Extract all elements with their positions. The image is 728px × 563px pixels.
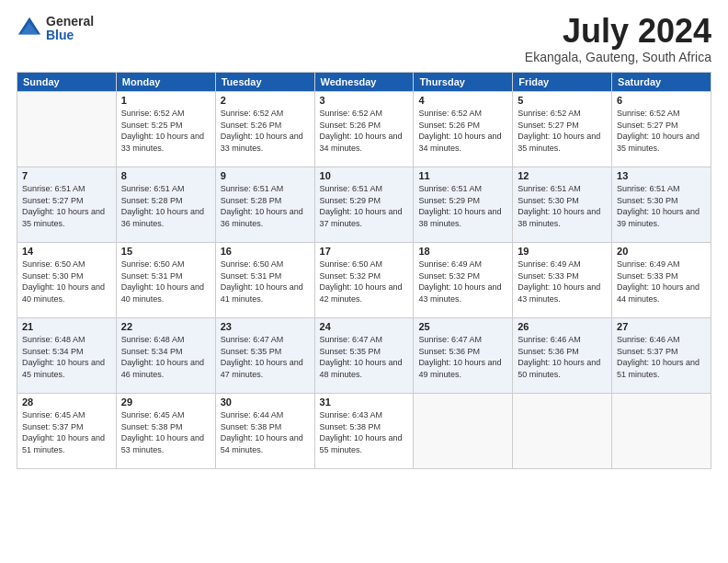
title-area: July 2024 Ekangala, Gauteng, South Afric…: [525, 15, 711, 64]
day-cell: 15Sunrise: 6:50 AM Sunset: 5:31 PM Dayli…: [116, 243, 215, 318]
day-cell: 26Sunrise: 6:46 AM Sunset: 5:36 PM Dayli…: [513, 318, 612, 394]
day-cell: 2Sunrise: 6:52 AM Sunset: 5:26 PM Daylig…: [215, 92, 314, 167]
day-info: Sunrise: 6:51 AM Sunset: 5:28 PM Dayligh…: [121, 183, 210, 229]
day-cell: 17Sunrise: 6:50 AM Sunset: 5:32 PM Dayli…: [314, 243, 414, 318]
day-info: Sunrise: 6:48 AM Sunset: 5:34 PM Dayligh…: [22, 334, 111, 380]
day-info: Sunrise: 6:47 AM Sunset: 5:35 PM Dayligh…: [320, 334, 409, 380]
day-info: Sunrise: 6:48 AM Sunset: 5:34 PM Dayligh…: [121, 334, 210, 380]
day-number: 23: [221, 321, 310, 332]
day-cell: 13Sunrise: 6:51 AM Sunset: 5:30 PM Dayli…: [612, 167, 711, 243]
week-row-3: 14Sunrise: 6:50 AM Sunset: 5:30 PM Dayli…: [17, 243, 711, 318]
logo-text: General Blue: [46, 15, 94, 43]
day-number: 29: [121, 396, 210, 408]
day-number: 10: [320, 170, 409, 181]
day-info: Sunrise: 6:49 AM Sunset: 5:33 PM Dayligh…: [518, 259, 607, 304]
day-number: 3: [320, 95, 409, 106]
day-info: Sunrise: 6:47 AM Sunset: 5:35 PM Dayligh…: [221, 334, 310, 380]
day-cell: 24Sunrise: 6:47 AM Sunset: 5:35 PM Dayli…: [314, 318, 414, 394]
day-cell: 29Sunrise: 6:45 AM Sunset: 5:38 PM Dayli…: [116, 394, 215, 469]
day-number: 4: [418, 95, 507, 106]
day-number: 9: [221, 170, 310, 181]
day-info: Sunrise: 6:51 AM Sunset: 5:28 PM Dayligh…: [221, 183, 310, 229]
day-number: 13: [617, 170, 706, 181]
col-wednesday: Wednesday: [314, 73, 414, 92]
day-cell: 22Sunrise: 6:48 AM Sunset: 5:34 PM Dayli…: [116, 318, 215, 394]
calendar-page: General Blue July 2024 Ekangala, Gauteng…: [0, 0, 728, 563]
col-tuesday: Tuesday: [215, 73, 314, 92]
day-number: 26: [518, 321, 607, 332]
day-number: 5: [518, 95, 607, 106]
day-cell: 21Sunrise: 6:48 AM Sunset: 5:34 PM Dayli…: [17, 318, 117, 394]
day-cell: 16Sunrise: 6:50 AM Sunset: 5:31 PM Dayli…: [215, 243, 314, 318]
day-number: 25: [418, 321, 507, 332]
day-info: Sunrise: 6:50 AM Sunset: 5:32 PM Dayligh…: [320, 259, 409, 304]
day-info: Sunrise: 6:51 AM Sunset: 5:30 PM Dayligh…: [518, 183, 607, 229]
day-number: 21: [22, 321, 111, 332]
day-cell: 11Sunrise: 6:51 AM Sunset: 5:29 PM Dayli…: [414, 167, 513, 243]
day-cell: 4Sunrise: 6:52 AM Sunset: 5:26 PM Daylig…: [414, 92, 513, 167]
day-number: 14: [22, 246, 111, 257]
day-cell: 6Sunrise: 6:52 AM Sunset: 5:27 PM Daylig…: [612, 92, 711, 167]
day-cell: 23Sunrise: 6:47 AM Sunset: 5:35 PM Dayli…: [215, 318, 314, 394]
week-row-2: 7Sunrise: 6:51 AM Sunset: 5:27 PM Daylig…: [17, 167, 711, 243]
day-info: Sunrise: 6:50 AM Sunset: 5:31 PM Dayligh…: [221, 259, 310, 304]
day-number: 6: [617, 95, 706, 106]
day-info: Sunrise: 6:43 AM Sunset: 5:38 PM Dayligh…: [320, 409, 409, 455]
day-info: Sunrise: 6:52 AM Sunset: 5:27 PM Dayligh…: [518, 108, 607, 154]
day-cell: 12Sunrise: 6:51 AM Sunset: 5:30 PM Dayli…: [513, 167, 612, 243]
day-info: Sunrise: 6:46 AM Sunset: 5:36 PM Dayligh…: [518, 334, 607, 380]
day-number: 17: [320, 246, 409, 257]
col-thursday: Thursday: [414, 73, 513, 92]
day-info: Sunrise: 6:49 AM Sunset: 5:33 PM Dayligh…: [617, 259, 706, 304]
day-cell: 1Sunrise: 6:52 AM Sunset: 5:25 PM Daylig…: [116, 92, 215, 167]
day-info: Sunrise: 6:50 AM Sunset: 5:30 PM Dayligh…: [22, 259, 111, 304]
day-number: 11: [418, 170, 507, 181]
day-cell: 8Sunrise: 6:51 AM Sunset: 5:28 PM Daylig…: [116, 167, 215, 243]
day-number: 22: [121, 321, 210, 332]
logo-icon: [17, 16, 42, 41]
day-cell: 19Sunrise: 6:49 AM Sunset: 5:33 PM Dayli…: [513, 243, 612, 318]
day-info: Sunrise: 6:51 AM Sunset: 5:29 PM Dayligh…: [418, 183, 507, 229]
day-number: 18: [418, 246, 507, 257]
col-saturday: Saturday: [612, 73, 711, 92]
day-info: Sunrise: 6:52 AM Sunset: 5:26 PM Dayligh…: [418, 108, 507, 154]
day-cell: [513, 394, 612, 469]
day-cell: [612, 394, 711, 469]
day-cell: 3Sunrise: 6:52 AM Sunset: 5:26 PM Daylig…: [314, 92, 414, 167]
day-number: 1: [121, 95, 210, 106]
day-number: 30: [221, 396, 310, 408]
day-info: Sunrise: 6:45 AM Sunset: 5:37 PM Dayligh…: [22, 409, 111, 455]
day-info: Sunrise: 6:45 AM Sunset: 5:38 PM Dayligh…: [121, 409, 210, 455]
day-number: 7: [22, 170, 111, 181]
day-cell: 9Sunrise: 6:51 AM Sunset: 5:28 PM Daylig…: [215, 167, 314, 243]
day-number: 15: [121, 246, 210, 257]
header-row: Sunday Monday Tuesday Wednesday Thursday…: [17, 73, 711, 92]
day-info: Sunrise: 6:51 AM Sunset: 5:30 PM Dayligh…: [617, 183, 706, 229]
day-cell: 10Sunrise: 6:51 AM Sunset: 5:29 PM Dayli…: [314, 167, 414, 243]
day-info: Sunrise: 6:52 AM Sunset: 5:27 PM Dayligh…: [617, 108, 706, 154]
day-cell: 25Sunrise: 6:47 AM Sunset: 5:36 PM Dayli…: [414, 318, 513, 394]
day-cell: 14Sunrise: 6:50 AM Sunset: 5:30 PM Dayli…: [17, 243, 117, 318]
day-number: 2: [221, 95, 310, 106]
day-cell: 31Sunrise: 6:43 AM Sunset: 5:38 PM Dayli…: [314, 394, 414, 469]
day-number: 24: [320, 321, 409, 332]
day-info: Sunrise: 6:52 AM Sunset: 5:26 PM Dayligh…: [221, 108, 310, 154]
location: Ekangala, Gauteng, South Africa: [525, 50, 711, 64]
day-cell: 28Sunrise: 6:45 AM Sunset: 5:37 PM Dayli…: [17, 394, 117, 469]
col-sunday: Sunday: [17, 73, 117, 92]
week-row-1: 1Sunrise: 6:52 AM Sunset: 5:25 PM Daylig…: [17, 92, 711, 167]
day-cell: 5Sunrise: 6:52 AM Sunset: 5:27 PM Daylig…: [513, 92, 612, 167]
day-cell: [17, 92, 117, 167]
day-info: Sunrise: 6:46 AM Sunset: 5:37 PM Dayligh…: [617, 334, 706, 380]
day-cell: 20Sunrise: 6:49 AM Sunset: 5:33 PM Dayli…: [612, 243, 711, 318]
day-info: Sunrise: 6:50 AM Sunset: 5:31 PM Dayligh…: [121, 259, 210, 304]
day-info: Sunrise: 6:52 AM Sunset: 5:26 PM Dayligh…: [320, 108, 409, 154]
day-info: Sunrise: 6:52 AM Sunset: 5:25 PM Dayligh…: [121, 108, 210, 154]
day-cell: 27Sunrise: 6:46 AM Sunset: 5:37 PM Dayli…: [612, 318, 711, 394]
month-title: July 2024: [525, 15, 711, 48]
day-number: 27: [617, 321, 706, 332]
day-number: 31: [320, 396, 409, 408]
day-number: 20: [617, 246, 706, 257]
day-number: 28: [22, 396, 111, 408]
logo-blue: Blue: [46, 29, 94, 42]
